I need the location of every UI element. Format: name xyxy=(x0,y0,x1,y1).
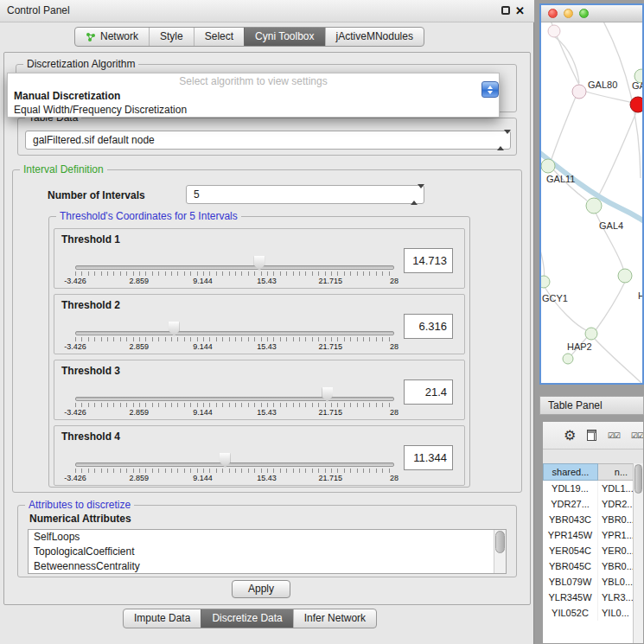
slider-scale: -3.4262.859 9.14415.43 21.71528 xyxy=(75,408,394,418)
node-label: GA xyxy=(632,80,642,91)
node[interactable] xyxy=(563,354,573,364)
dropdown-item-manual[interactable]: Manual Discretization xyxy=(8,89,499,103)
table-row[interactable]: YDL19...YDL1... xyxy=(543,481,644,496)
tab-label: Style xyxy=(160,28,183,46)
control-panel: Control Panel ✕ Network Style Select Cyn… xyxy=(0,0,534,644)
node-label: GAL80 xyxy=(588,80,617,90)
close-traffic-light[interactable] xyxy=(548,9,558,18)
network-view-window: GAL80 GA GAL11 GAL4 GCY1 H HAP2 xyxy=(539,3,644,385)
table-row[interactable]: YDR27...YDR2... xyxy=(543,496,644,512)
select-all-checkboxes-icon[interactable]: ☑☑ xyxy=(608,431,620,440)
table-data-combobox[interactable]: galFiltered.sif default node xyxy=(25,131,511,150)
table-row[interactable]: YBR043CYBR0... xyxy=(543,512,644,527)
select-none-checkboxes-icon[interactable]: ☑☑ xyxy=(631,431,643,440)
slider-ticks xyxy=(75,469,395,473)
threshold-value-field[interactable]: 14.713 xyxy=(404,248,453,273)
tab-label: Network xyxy=(100,28,138,46)
table-row[interactable]: YIL052CYIL0... xyxy=(543,605,644,621)
combobox-value: 5 xyxy=(194,188,200,201)
slider-thumb[interactable] xyxy=(220,453,231,468)
tab-style[interactable]: Style xyxy=(149,28,194,46)
threshold-value-field[interactable]: 6.316 xyxy=(404,314,453,339)
node-label: GAL11 xyxy=(546,174,575,184)
scrollbar-thumb[interactable] xyxy=(495,531,505,553)
panel-title: Control Panel xyxy=(7,0,70,22)
slider-scale: -3.4262.859 9.14415.43 21.71528 xyxy=(75,277,394,286)
num-intervals-combobox[interactable]: 5 xyxy=(186,185,424,204)
bottom-tabstrip: Impute Data Discretize Data Infer Networ… xyxy=(123,609,377,628)
threshold-box-4: Threshold 4 -3.4262.859 9.14415.43 21.71… xyxy=(54,425,465,486)
top-tabstrip: Network Style Select Cyni Toolbox jActiv… xyxy=(74,27,424,47)
dropdown-item-equal-width[interactable]: Equal Width/Frequency Discretization xyxy=(8,103,499,117)
apply-button[interactable]: Apply xyxy=(232,580,290,598)
tab-select[interactable]: Select xyxy=(194,28,244,46)
node[interactable] xyxy=(618,269,632,283)
minimize-traffic-light[interactable] xyxy=(564,9,573,18)
table-row[interactable]: YBR045CYBR0... xyxy=(543,558,644,574)
slider-scale: -3.4262.859 9.14415.43 21.71528 xyxy=(75,474,394,483)
chevron-down-icon xyxy=(488,91,493,94)
gear-icon[interactable]: ⚙ xyxy=(564,429,576,443)
slider-scale: -3.4262.859 9.14415.43 21.71528 xyxy=(75,342,394,352)
node-gal4[interactable] xyxy=(586,198,602,214)
tab-infer-network[interactable]: Infer Network xyxy=(293,609,376,628)
num-intervals-label: Number of Intervals xyxy=(48,189,145,201)
table-scrollbar[interactable] xyxy=(633,463,643,643)
group-title: Interval Definition xyxy=(20,163,107,176)
slider-thumb[interactable] xyxy=(322,387,333,402)
table-panel-title: Table Panel xyxy=(548,399,603,411)
node-hap2[interactable] xyxy=(585,328,597,340)
node-gal80[interactable] xyxy=(572,85,586,99)
table-row[interactable]: YLR345WYLR3... xyxy=(543,590,644,605)
slider-thumb[interactable] xyxy=(253,256,265,271)
node-selected-red[interactable] xyxy=(630,97,642,112)
threshold-box-1: Threshold 1 -3.4262.859 9.14415.43 21.71… xyxy=(54,228,465,289)
slider-thumb[interactable] xyxy=(169,322,180,336)
table-body: YDL19...YDL1... YDR27...YDR2... YBR043CY… xyxy=(543,481,644,643)
network-window-titlebar[interactable] xyxy=(541,5,642,22)
list-item[interactable]: SelfLoops xyxy=(29,530,506,545)
node-gal11[interactable] xyxy=(541,159,555,173)
zoom-traffic-light[interactable] xyxy=(579,9,589,18)
tab-jactivemnodules[interactable]: jActiveMNodules xyxy=(325,28,424,46)
list-item[interactable]: BetweennessCentrality xyxy=(29,559,506,574)
tab-discretize-data[interactable]: Discretize Data xyxy=(201,609,292,628)
table-panel-header[interactable]: Table Panel xyxy=(539,396,644,415)
tab-impute-data[interactable]: Impute Data xyxy=(124,609,201,628)
threshold-value-field[interactable]: 21.4 xyxy=(404,379,453,405)
node-label: HAP2 xyxy=(567,341,592,352)
combobox-stepper-button[interactable] xyxy=(481,81,499,98)
slider-ticks xyxy=(75,337,395,341)
column-header-shared-name[interactable]: shared... xyxy=(543,463,598,481)
float-window-icon[interactable] xyxy=(501,6,510,15)
slider-ticks xyxy=(75,403,395,407)
node[interactable] xyxy=(548,25,560,37)
list-scrollbar[interactable] xyxy=(494,530,506,573)
node-label: H xyxy=(638,290,642,301)
tab-cyni-toolbox[interactable]: Cyni Toolbox xyxy=(244,28,324,46)
tab-label: Select xyxy=(205,28,233,46)
table-row[interactable]: YPR145WYPR1... xyxy=(543,527,644,543)
close-icon[interactable]: ✕ xyxy=(515,6,525,16)
tab-label: Infer Network xyxy=(304,609,366,628)
network-canvas[interactable]: GAL80 GA GAL11 GAL4 GCY1 H HAP2 xyxy=(541,22,642,383)
scrollbar-thumb[interactable] xyxy=(634,464,642,494)
table-row[interactable]: YER054CYER0... xyxy=(543,543,644,558)
columns-icon[interactable] xyxy=(587,430,596,441)
table-row[interactable]: YBL079WYBL0... xyxy=(543,574,644,590)
stepper-arrows-icon xyxy=(497,131,505,149)
tab-label: Impute Data xyxy=(134,609,190,628)
slider-ticks xyxy=(75,271,395,276)
attributes-listbox[interactable]: SelfLoops TopologicalCoefficient Between… xyxy=(28,529,507,574)
table-toolbar: ⚙ ☑☑ ☑☑ xyxy=(543,422,643,450)
list-item[interactable]: TopologicalCoefficient xyxy=(29,545,506,559)
node-gcy1[interactable] xyxy=(541,276,550,288)
threshold-value-field[interactable]: 11.344 xyxy=(404,445,453,470)
chevron-up-icon xyxy=(488,86,493,89)
control-panel-titlebar[interactable]: Control Panel ✕ xyxy=(0,0,534,22)
threshold-label: Threshold 4 xyxy=(61,430,120,443)
tab-label: Discretize Data xyxy=(212,609,282,628)
tab-network[interactable]: Network xyxy=(75,28,149,46)
desktop: Control Panel ✕ Network Style Select Cyn… xyxy=(0,0,644,644)
tab-label: Cyni Toolbox xyxy=(255,28,314,46)
